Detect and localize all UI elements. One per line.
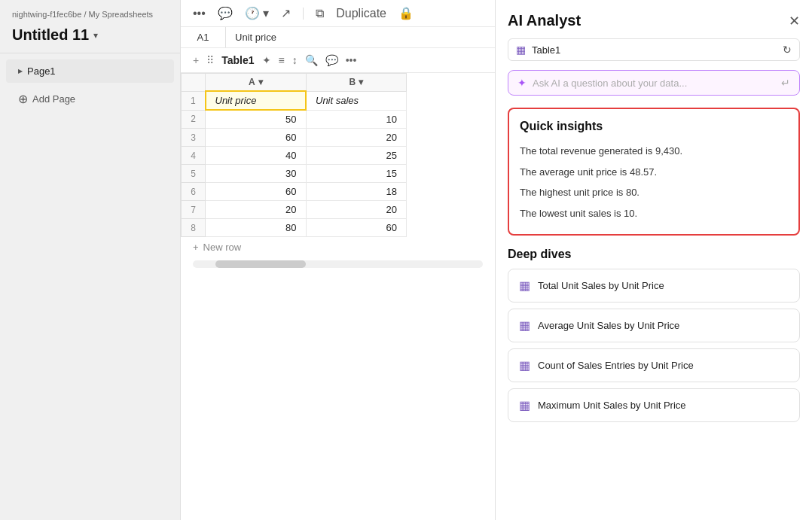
add-page-button[interactable]: ⊕ Add Page: [6, 86, 174, 112]
table-name: Table1: [221, 54, 254, 66]
ai-input-bar[interactable]: ✦ Ask AI a question about your data... ↵: [508, 70, 800, 96]
sidebar-divider: [0, 53, 180, 53]
col-b-label: B: [349, 77, 356, 87]
table-search-icon[interactable]: 🔍: [305, 54, 318, 66]
table-selector[interactable]: ▦ Table1 ↻: [508, 38, 800, 61]
header-unit-price[interactable]: Unit price: [206, 91, 307, 110]
row-num-1: 1: [182, 91, 206, 110]
scrollbar-thumb[interactable]: [215, 260, 306, 268]
cell-reference: A1: [181, 27, 226, 47]
table-filter-icon[interactable]: ✦: [262, 54, 271, 66]
table-row: 8 80 60: [182, 219, 407, 237]
table-comment-icon[interactable]: 💬: [325, 54, 338, 66]
deep-dive-label-0: Total Unit Sales by Unit Price: [538, 280, 664, 291]
row-num-5: 5: [182, 165, 206, 183]
cell-a7[interactable]: 20: [206, 201, 307, 219]
add-table-icon[interactable]: +: [193, 54, 199, 66]
cell-b5[interactable]: 15: [306, 165, 407, 183]
ai-input-placeholder[interactable]: Ask AI a question about your data...: [533, 78, 775, 89]
table-row: 6 60 18: [182, 183, 407, 201]
refresh-icon[interactable]: ↻: [783, 44, 792, 56]
col-a-dropdown-icon[interactable]: ▾: [258, 77, 263, 87]
ai-panel-title: AI Analyst: [508, 12, 581, 29]
cell-b6[interactable]: 18: [306, 183, 407, 201]
deep-dive-label-1: Average Unit Sales by Unit Price: [538, 320, 679, 331]
plus-circle-icon: ⊕: [18, 92, 28, 106]
col-header-a[interactable]: A ▾: [206, 74, 307, 92]
table-sort-icon[interactable]: ↕: [292, 54, 298, 66]
cell-a3[interactable]: 60: [206, 129, 307, 147]
header-unit-sales[interactable]: Unit sales: [306, 91, 407, 110]
plus-icon: +: [193, 242, 199, 253]
cell-b3[interactable]: 20: [306, 129, 407, 147]
lock-icon[interactable]: 🔒: [398, 6, 414, 20]
title-row: Untitled 11 ▾: [0, 23, 180, 53]
table-row: 5 30 15: [182, 165, 407, 183]
history-icon[interactable]: 🕐 ▾: [245, 6, 269, 20]
add-page-label: Add Page: [32, 93, 75, 105]
insight-item-1: The average unit price is 48.57.: [520, 162, 788, 183]
breadcrumb: nightwing-f1fec6be / My Spreadsheets: [0, 0, 180, 23]
deep-dive-card-2[interactable]: ▦ Count of Sales Entries by Unit Price: [508, 348, 800, 382]
close-icon[interactable]: ✕: [789, 13, 800, 29]
ai-panel: AI Analyst ✕ ▦ Table1 ↻ ✦ Ask AI a quest…: [496, 0, 812, 520]
table-more-icon[interactable]: •••: [346, 54, 357, 66]
sidebar: nightwing-f1fec6be / My Spreadsheets Unt…: [0, 0, 181, 520]
new-row-label: New row: [203, 242, 242, 253]
drag-handle-icon: ⠿: [206, 54, 214, 66]
row-num-7: 7: [182, 201, 206, 219]
main-toolbar: ••• 💬 🕐 ▾ ↗ ⧉ Duplicate 🔒: [181, 0, 495, 27]
col-header-b[interactable]: B ▾: [306, 74, 407, 92]
cell-b4[interactable]: 25: [306, 147, 407, 165]
comment-icon[interactable]: 💬: [218, 6, 233, 20]
row-num-4: 4: [182, 147, 206, 165]
chevron-down-icon[interactable]: ▾: [93, 30, 98, 41]
enter-icon: ↵: [781, 77, 790, 89]
spreadsheet-container[interactable]: A ▾ B ▾ 1 Unit price Uni: [181, 73, 495, 520]
col-b-dropdown-icon[interactable]: ▾: [359, 77, 363, 87]
table-row: 3 60 20: [182, 129, 407, 147]
table-row: 7 20 20: [182, 201, 407, 219]
spreadsheet-area: ••• 💬 🕐 ▾ ↗ ⧉ Duplicate 🔒 A1 Unit price …: [181, 0, 496, 520]
deep-dive-card-1[interactable]: ▦ Average Unit Sales by Unit Price: [508, 309, 800, 342]
table-toolbar: + ⠿ Table1 ✦ ≡ ↕ 🔍 💬 •••: [181, 48, 495, 73]
table-row: 2 50 10: [182, 110, 407, 129]
deep-dive-card-0[interactable]: ▦ Total Unit Sales by Unit Price: [508, 269, 800, 303]
cell-a5[interactable]: 30: [206, 165, 307, 183]
trend-icon[interactable]: ↗: [281, 6, 291, 20]
table-selector-name: Table1: [532, 44, 560, 56]
cell-b7[interactable]: 20: [306, 201, 407, 219]
spreadsheet-table: A ▾ B ▾ 1 Unit price Uni: [181, 73, 407, 237]
row-num-6: 6: [182, 183, 206, 201]
table-selector-icon: ▦: [516, 44, 526, 56]
row-num-2: 2: [182, 110, 206, 129]
cell-b8[interactable]: 60: [306, 219, 407, 237]
deep-dive-label-3: Maximum Unit Sales by Unit Price: [538, 400, 686, 411]
cell-a4[interactable]: 40: [206, 147, 307, 165]
sidebar-item-page1[interactable]: ▶ Page1: [6, 59, 174, 83]
col-a-label: A: [249, 77, 255, 87]
table-row: 4 40 25: [182, 147, 407, 165]
chart-icon-3: ▦: [519, 398, 530, 412]
cell-b2[interactable]: 10: [306, 110, 407, 129]
cell-a2[interactable]: 50: [206, 110, 307, 129]
chart-icon-1: ▦: [519, 318, 530, 333]
table-selector-left: ▦ Table1: [516, 44, 560, 56]
duplicate-label[interactable]: Duplicate: [336, 7, 386, 20]
more-icon[interactable]: •••: [193, 7, 206, 20]
deep-dives-title: Deep dives: [508, 248, 800, 261]
table-column-icon[interactable]: ≡: [279, 54, 285, 66]
formula-bar: A1 Unit price: [181, 27, 495, 48]
chart-icon-0: ▦: [519, 278, 530, 293]
add-row-button[interactable]: + New row: [181, 237, 495, 257]
cell-a8[interactable]: 80: [206, 219, 307, 237]
ai-panel-header: AI Analyst ✕: [508, 12, 800, 29]
row-num-3: 3: [182, 129, 206, 147]
triangle-icon: ▶: [18, 68, 23, 75]
row-num-8: 8: [182, 219, 206, 237]
duplicate-icon[interactable]: ⧉: [316, 7, 324, 20]
cell-a6[interactable]: 60: [206, 183, 307, 201]
horizontal-scrollbar[interactable]: [193, 260, 483, 268]
chart-icon-2: ▦: [519, 358, 530, 373]
deep-dive-card-3[interactable]: ▦ Maximum Unit Sales by Unit Price: [508, 388, 800, 422]
